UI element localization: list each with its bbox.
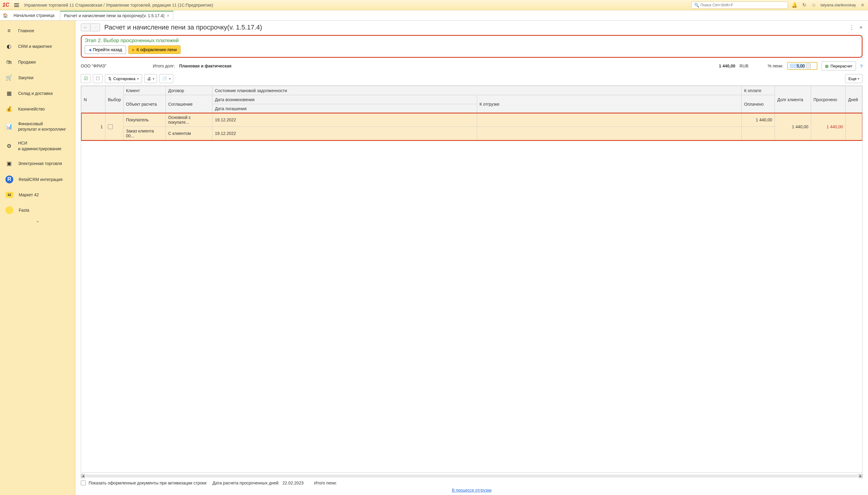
sidebar-item-market42[interactable]: 42Маркет 42 bbox=[0, 188, 75, 202]
currency: RUB bbox=[740, 64, 749, 68]
sidebar-item-sales[interactable]: 🛍Продажи bbox=[0, 54, 75, 70]
sidebar-item-nsi[interactable]: ⚙НСИ и администрирование bbox=[0, 136, 75, 155]
sidebar-item-treasury[interactable]: 💰Казначейство bbox=[0, 101, 75, 117]
col-client[interactable]: Клиент bbox=[124, 86, 166, 95]
forward-button: → bbox=[91, 23, 100, 31]
to-penalty-button[interactable]: ▶К оформлению пени bbox=[128, 46, 181, 54]
export-button[interactable]: 📄▾ bbox=[160, 74, 173, 83]
search-box[interactable]: 🔍 bbox=[691, 1, 788, 9]
help-icon[interactable]: ? bbox=[860, 64, 863, 69]
total-debt-label: Итого долг: bbox=[153, 64, 175, 68]
calc-icon[interactable] bbox=[806, 64, 811, 68]
sidebar-item-purchases[interactable]: 🛒Закупки bbox=[0, 70, 75, 86]
close-icon[interactable]: × bbox=[167, 13, 169, 18]
history-icon[interactable]: ↻ bbox=[801, 2, 807, 8]
scroll-left-icon[interactable]: ◀ bbox=[81, 474, 85, 478]
retailcrm-icon: R bbox=[5, 175, 13, 183]
gear-icon: ⚙ bbox=[5, 142, 13, 150]
shipping-link[interactable]: В процессе отгрузки bbox=[452, 488, 492, 493]
go-back-button[interactable]: ◀Перейти назад bbox=[85, 46, 126, 54]
col-status[interactable]: Состояние плановой задолженности bbox=[212, 86, 742, 95]
col-date-occur[interactable]: Дата возникновения bbox=[212, 95, 477, 104]
tab-home[interactable]: Начальная страница bbox=[10, 11, 58, 20]
col-n[interactable]: N bbox=[81, 86, 105, 113]
calc-date: 22.02.2023 bbox=[282, 480, 304, 485]
company-name: ООО "ФРИЗ" bbox=[81, 64, 107, 68]
col-agreement[interactable]: Соглашение bbox=[166, 95, 212, 113]
debt-type: Плановая и фактическая bbox=[179, 64, 231, 68]
cell-agreement: С клиентом bbox=[166, 127, 212, 140]
sort-button[interactable]: ⇅Сортировка▾ bbox=[105, 74, 142, 83]
cell-overdue: 1 440,00 bbox=[811, 113, 846, 140]
check-all-button[interactable]: ☑ bbox=[81, 74, 91, 83]
col-toship[interactable]: К отгрузке bbox=[477, 95, 742, 113]
search-icon: 🔍 bbox=[694, 3, 699, 7]
tab-label: Начальная страница bbox=[14, 13, 54, 18]
tab-active[interactable]: Расчет и начисление пени за просрочку(v.… bbox=[60, 11, 173, 20]
calendar-icon: ▦ bbox=[825, 64, 829, 68]
step-title: Этап 2. Выбор просроченных платежей bbox=[85, 38, 859, 44]
cell-date-occur: 19.12.2022 bbox=[212, 113, 477, 127]
col-calcobj[interactable]: Объект расчета bbox=[124, 95, 166, 113]
page-title: Расчет и начисление пени за просрочку(v.… bbox=[104, 23, 262, 31]
boxes-icon: ▦ bbox=[5, 90, 13, 97]
col-overdue[interactable]: Просрочено bbox=[811, 86, 846, 113]
col-days[interactable]: Дней bbox=[846, 86, 862, 113]
col-paid[interactable]: Оплачено bbox=[742, 95, 775, 113]
chevron-down-icon: ▾ bbox=[858, 77, 859, 80]
pie-icon: ◐ bbox=[5, 43, 13, 50]
sidebar-item-finance[interactable]: 📊Финансовый результат и контроллинг bbox=[0, 117, 75, 136]
col-debt[interactable]: Долг клиента bbox=[775, 86, 811, 113]
home-icon[interactable]: 🏠 bbox=[2, 13, 8, 18]
star-icon[interactable]: ☆ bbox=[811, 2, 817, 8]
print-button[interactable]: 🖨▾ bbox=[144, 74, 157, 83]
show-docs-label: Показать оформленные документы при актив… bbox=[88, 480, 207, 485]
globe-icon: ▣ bbox=[5, 160, 13, 167]
chart-icon: 📊 bbox=[5, 123, 13, 130]
pct-input-wrap[interactable] bbox=[787, 62, 817, 70]
cell-debt: 1 440,00 bbox=[775, 113, 811, 140]
scroll-down-icon[interactable]: ⌄ bbox=[0, 218, 75, 223]
right-arrow-icon: ▶ bbox=[132, 48, 135, 52]
close-icon[interactable]: × bbox=[859, 24, 863, 31]
tab-label: Расчет и начисление пени за просрочку(v.… bbox=[64, 13, 164, 18]
scroll-track[interactable] bbox=[86, 475, 858, 478]
cell-contract: Основной с покупате... bbox=[166, 113, 212, 127]
sidebar-item-fasta[interactable]: Fasta bbox=[0, 202, 75, 218]
table-row[interactable]: 1 Покупатель Основной с покупате... 19.1… bbox=[81, 113, 862, 140]
sidebar: ≡Главное ◐CRM и маркетинг 🛍Продажи 🛒Заку… bbox=[0, 20, 75, 495]
show-docs-checkbox[interactable] bbox=[81, 480, 86, 485]
col-topay[interactable]: К оплате bbox=[742, 86, 775, 95]
col-contract[interactable]: Договор bbox=[166, 86, 212, 95]
cell-paid bbox=[742, 127, 775, 140]
step-highlight: Этап 2. Выбор просроченных платежей ◀Пер… bbox=[81, 35, 863, 58]
settings-icon[interactable]: ≡ bbox=[859, 2, 866, 8]
col-date-pay[interactable]: Дата погашения bbox=[212, 104, 477, 113]
horizontal-scrollbar[interactable]: ◀ ▶ bbox=[81, 474, 863, 478]
uncheck-all-button[interactable]: ☐ bbox=[93, 74, 102, 83]
bag-icon: 🛍 bbox=[5, 58, 13, 66]
app-title: Управление торговлей 11 Стариковская / У… bbox=[24, 3, 213, 7]
calc-date-label: Дата расчета просроченных дней: bbox=[212, 480, 279, 485]
recalc-button[interactable]: ▦Перерасчет bbox=[822, 62, 856, 70]
cell-date-pay: 19.12.2022 bbox=[212, 127, 477, 140]
col-select[interactable]: Выбор bbox=[105, 86, 124, 113]
search-input[interactable] bbox=[701, 3, 785, 7]
cell-toship bbox=[477, 113, 742, 127]
menu-toggle[interactable] bbox=[12, 1, 21, 9]
sidebar-item-ecom[interactable]: ▣Электронная торговля bbox=[0, 156, 75, 171]
kebab-icon[interactable]: ⋮ bbox=[849, 24, 854, 31]
cell-days bbox=[846, 113, 862, 140]
pct-input[interactable] bbox=[790, 64, 805, 68]
user-name[interactable]: tatyana.starikovskay bbox=[820, 3, 856, 7]
more-button[interactable]: Еще▾ bbox=[845, 74, 863, 83]
sidebar-item-retailcrm[interactable]: RRetailCRM интеграция bbox=[0, 171, 75, 188]
sidebar-item-crm[interactable]: ◐CRM и маркетинг bbox=[0, 38, 75, 54]
back-button[interactable]: ← bbox=[81, 23, 91, 31]
scroll-right-icon[interactable]: ▶ bbox=[858, 474, 863, 478]
sidebar-item-main[interactable]: ≡Главное bbox=[0, 23, 75, 38]
bell-icon[interactable]: 🔔 bbox=[791, 2, 798, 8]
sidebar-item-warehouse[interactable]: ▦Склад и доставка bbox=[0, 86, 75, 101]
cell-checkbox[interactable] bbox=[105, 113, 124, 140]
cell-calcobj: Заказ клиента 00... bbox=[124, 127, 166, 140]
